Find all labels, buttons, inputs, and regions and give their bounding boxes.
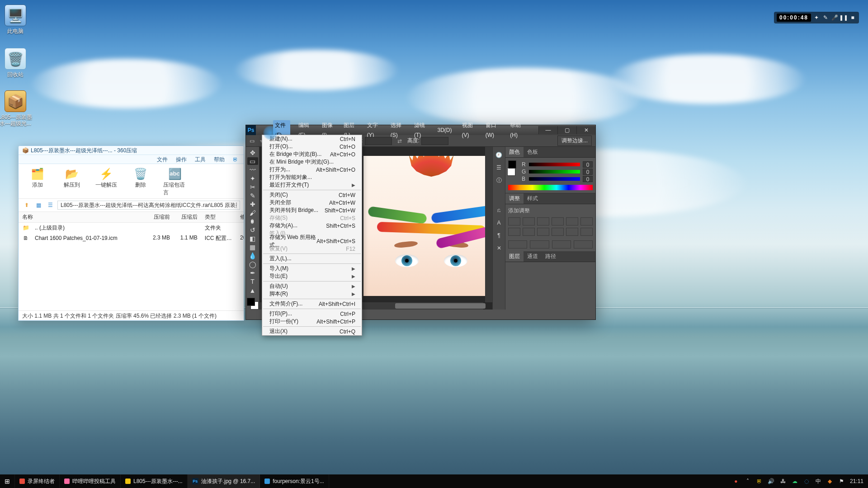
ps-menu-window[interactable]: 窗口(W) (484, 120, 502, 140)
opt-width-input[interactable] (365, 137, 392, 145)
grid-view-icon[interactable]: ▦ (34, 201, 43, 209)
properties-panel-icon[interactable]: ☰ (495, 163, 504, 172)
menu-item[interactable]: 自动(U)▶ (262, 282, 362, 290)
adj-brightness[interactable] (508, 217, 520, 225)
adj-color-balance[interactable] (508, 228, 520, 236)
zip-menu-operate[interactable]: 操作 (176, 155, 187, 164)
paths-tab[interactable]: 路径 (542, 251, 560, 262)
paragraph-panel-icon[interactable]: ⎌ (495, 206, 504, 215)
adj-vibrance[interactable] (566, 217, 578, 225)
tool-dodge[interactable]: ◯ (247, 261, 258, 268)
ps-titlebar[interactable]: Ps 文件(F) 编辑(E) 图像(I) 图层(L) 文字(Y) 选择(S) 滤… (246, 125, 595, 135)
tool-heal[interactable]: ✚ (247, 200, 258, 208)
vertical-scrollbar[interactable] (485, 147, 492, 302)
tool-blur[interactable]: 💧 (247, 252, 258, 260)
adj-photo-filter[interactable] (537, 228, 549, 236)
menu-item[interactable]: 存储为 Web 所用格式...Alt+Shift+Ctrl+S (262, 237, 362, 245)
screen-recorder-widget[interactable]: 00:00:48 ✦ ✎ 🎤 ❚❚ ■ (774, 12, 859, 23)
tool-type[interactable]: T (247, 278, 258, 286)
paragraph-styles-icon[interactable]: ¶ (495, 231, 504, 240)
zip-path-input[interactable] (57, 201, 240, 210)
desktop-icon-archive[interactable]: 📦 L805---原装墨水---超级光... (0, 90, 33, 127)
g-slider[interactable] (529, 170, 580, 174)
zip-btn-one-click-extract[interactable]: ⚡一键解压 (94, 167, 118, 197)
zip-menu-help[interactable]: 帮助 (214, 155, 225, 164)
tool-pen[interactable]: ✒ (247, 269, 258, 277)
tray-network-icon[interactable]: 🖧 (779, 478, 787, 485)
zip-menu-shield-icon[interactable]: ⛨ (233, 155, 238, 164)
tray-icon[interactable]: ● (732, 478, 740, 485)
list-item[interactable]: 🗎Chart 1600 Patches_01-07-19.icm 2.3 MB … (19, 233, 244, 244)
type-panel-icon[interactable]: A (495, 218, 504, 227)
history-panel-icon[interactable]: 🕘 (495, 150, 504, 160)
adj-channel-mixer[interactable] (552, 228, 564, 236)
desktop-icon-this-pc[interactable]: 🖥️ 此电脑 (0, 5, 33, 34)
tray-power-icon[interactable]: ⚑ (838, 478, 845, 485)
swatches-tab[interactable]: 色板 (524, 147, 542, 157)
menu-item[interactable]: 存储为(A)...Shift+Ctrl+S (262, 222, 362, 230)
tool-path-select[interactable]: ▲ (247, 286, 258, 294)
recorder-stop-icon[interactable]: ■ (849, 14, 856, 21)
adj-gradient-map[interactable] (552, 240, 571, 249)
adj-levels[interactable] (523, 217, 535, 225)
adj-posterize[interactable] (508, 240, 527, 249)
menu-item[interactable]: 关闭并转到 Bridge...Shift+Ctrl+W (262, 206, 362, 214)
tool-brush[interactable]: 🖌 (247, 209, 258, 216)
menu-item[interactable]: 文件简介(F)...Alt+Shift+Ctrl+I (262, 300, 362, 308)
zip-btn-language[interactable]: 🔤压缩包语言 (163, 167, 187, 197)
panel-background-swatch[interactable] (507, 168, 515, 176)
tool-quick-select[interactable]: ✦ (247, 174, 258, 182)
recorder-mic-icon[interactable]: 🎤 (831, 14, 838, 21)
tray-ime-icon[interactable]: 中 (815, 478, 822, 485)
menu-item[interactable]: 打印(P)...Ctrl+P (262, 310, 362, 318)
adj-curves[interactable] (537, 217, 549, 225)
tray-volume-icon[interactable]: 🔊 (768, 478, 775, 485)
panel-foreground-swatch[interactable] (508, 160, 516, 169)
menu-item[interactable]: 置入(L)... (262, 255, 362, 263)
foreground-color-swatch[interactable] (247, 298, 255, 306)
col-header-name[interactable]: 名称 (19, 212, 146, 222)
col-header-size-after[interactable]: 压缩后 (174, 212, 201, 222)
menu-item[interactable]: 新建(N)...Ctrl+N (262, 135, 362, 143)
col-header-size-before[interactable]: 压缩前 (146, 212, 174, 222)
col-header-modified[interactable]: 修改 (236, 212, 244, 222)
channels-tab[interactable]: 通道 (524, 251, 542, 262)
tray-safe-icon[interactable]: ◆ (826, 478, 834, 485)
desktop-icon-recycle-bin[interactable]: 🗑️ 回收站 (0, 48, 33, 78)
zip-file-list[interactable]: 📁.. (上级目录) 文件夹 🗎Chart 1600 Patches_01-07… (19, 223, 244, 244)
list-view-icon[interactable]: ☰ (46, 201, 55, 209)
ps-menu-help[interactable]: 帮助(H) (508, 120, 526, 140)
adj-invert[interactable] (580, 228, 593, 236)
tray-shield-icon[interactable]: ⛨ (756, 478, 763, 485)
recorder-edit-icon[interactable]: ✎ (822, 14, 829, 21)
zip-btn-add[interactable]: 🗂️添加 (26, 167, 49, 197)
scrollbar-thumb[interactable] (395, 303, 486, 309)
col-header-type[interactable]: 类型 (201, 212, 236, 222)
zip-btn-extract-to[interactable]: 📂解压到 (60, 167, 84, 197)
layers-tab[interactable]: 图层 (505, 251, 524, 262)
tool-eyedropper[interactable]: ✎ (247, 192, 258, 199)
styles-tab[interactable]: 样式 (524, 193, 542, 204)
ps-menu-view[interactable]: 视图(V) (460, 120, 477, 140)
adj-selective-color[interactable] (574, 240, 593, 249)
menu-item[interactable]: 导出(E)▶ (262, 272, 362, 280)
tool-move[interactable]: ✥ (247, 149, 258, 156)
zip-list-header[interactable]: 名称 压缩前 压缩后 类型 修改 (19, 212, 244, 223)
list-item[interactable]: 📁.. (上级目录) 文件夹 (19, 223, 244, 233)
taskbar-item[interactable]: 哔哩哔哩投稿工具 (60, 474, 121, 488)
menu-item[interactable]: 在 Mini Bridge 中浏览(G)... (262, 158, 362, 166)
adj-threshold[interactable] (530, 240, 549, 249)
menu-item[interactable]: 最近打开文件(T)▶ (262, 181, 362, 189)
b-slider[interactable] (529, 177, 580, 181)
menu-item[interactable]: 关闭(C)Ctrl+W (262, 191, 362, 199)
zip-btn-delete[interactable]: 🗑️删除 (129, 167, 152, 197)
up-directory-icon[interactable]: ⬆ (22, 201, 31, 209)
ps-file-menu-dropdown[interactable]: 新建(N)...Ctrl+N打开(O)...Ctrl+O在 Bridge 中浏览… (262, 135, 362, 336)
tool-marquee[interactable]: ▭ (247, 157, 258, 165)
recorder-pause-icon[interactable]: ❚❚ (840, 14, 847, 21)
measure-panel-icon[interactable]: ✕ (495, 244, 504, 253)
taskbar[interactable]: ⊞ 录屏终结者 哔哩哔哩投稿工具 L805---原装墨水---... Ps油漆孩… (0, 474, 868, 488)
zip-menu-tool[interactable]: 工具 (195, 155, 206, 164)
ps-minimize-button[interactable]: — (538, 126, 557, 134)
menu-item[interactable]: 打开(O)...Ctrl+O (262, 143, 362, 150)
